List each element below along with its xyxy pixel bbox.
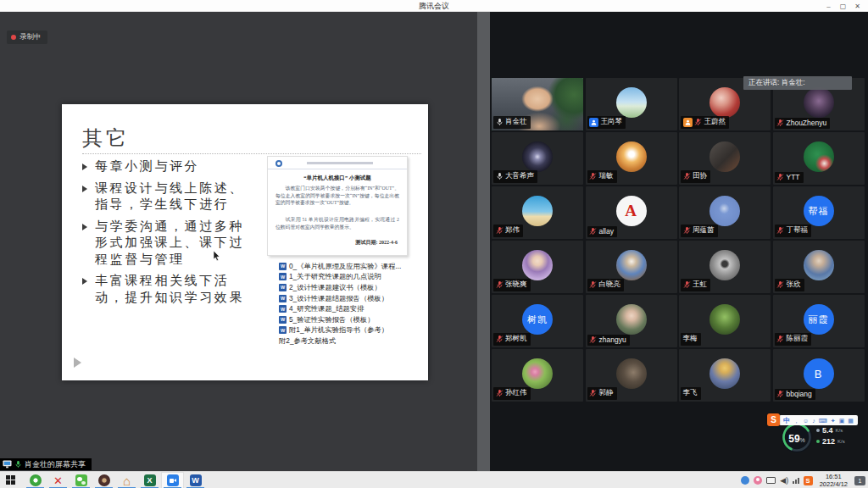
word-file-icon: W	[279, 263, 287, 270]
download-value: 212	[822, 437, 835, 446]
participant-name-label: 陈丽霞	[775, 333, 812, 346]
toolbox-icon[interactable]: ✦	[831, 418, 836, 424]
participant-tile[interactable]: 田协	[679, 132, 771, 185]
sogou-logo-icon[interactable]: S	[767, 413, 780, 426]
participant-name-label: 孙红伟	[493, 387, 531, 400]
close-button[interactable]: ✕	[850, 3, 865, 10]
tray-person-icon[interactable]	[754, 476, 762, 485]
participant-avatar	[804, 87, 834, 118]
file-list-item[interactable]: W附1_单片机实验指导书（参考）	[279, 325, 423, 336]
mic-muted-icon	[776, 390, 784, 398]
participant-tile[interactable]: 王尚琴	[586, 78, 677, 130]
taskbar-app-excel[interactable]: X	[138, 472, 161, 488]
participant-tile[interactable]: 孙红伟	[492, 349, 583, 402]
upload-value: 5.4	[822, 426, 833, 435]
ime-toolbar[interactable]: 中 ，☺♪⌨✦▣▦	[779, 415, 858, 425]
excel-icon: X	[144, 474, 156, 486]
document-header	[268, 157, 407, 169]
participant-tile[interactable]: 大音希声	[492, 132, 583, 185]
skin-icon[interactable]: ▣	[839, 418, 845, 424]
taskbar-app-wechat[interactable]	[70, 472, 92, 488]
word-file-icon: W	[279, 295, 287, 302]
taskbar-clock[interactable]: 16:51 2022/4/12	[817, 473, 850, 488]
participant-avatar	[616, 358, 647, 389]
document-paragraph: 该教室门口安装两个按键，分别标有“IN”和“OUT”。每位走入教室的同学被要求按…	[275, 185, 399, 207]
participant-name-label: 张晓爽	[493, 279, 531, 291]
punct-icon[interactable]: ，	[793, 418, 799, 424]
taskbar-apps: ✕⌂XW	[24, 472, 207, 488]
tray-sogou-icon[interactable]: S	[804, 476, 813, 485]
participant-tile[interactable]: 郭静	[586, 349, 677, 402]
participant-tile[interactable]: 树凯郑树凯	[492, 295, 583, 347]
participant-name-label: 瑞敏	[587, 170, 617, 183]
participant-name-label: bbqiang	[775, 389, 815, 400]
start-button[interactable]	[6, 475, 16, 485]
recording-indicator[interactable]: 录制中	[7, 30, 47, 44]
tray-speaker-icon[interactable]: ◀)	[780, 476, 788, 485]
participant-tile[interactable]: 李梅	[679, 295, 771, 347]
file-list-item[interactable]: W2_设计性课题建议书（模板）	[279, 282, 423, 293]
taskbar-app-browser[interactable]	[24, 472, 47, 488]
recording-label: 录制中	[19, 32, 42, 42]
tray-monitor-icon[interactable]	[766, 477, 776, 484]
file-list-item[interactable]: W3_设计性课题结题报告（模板）	[279, 293, 423, 304]
file-list-item[interactable]: ≡附2_参考文献格式	[279, 336, 423, 347]
performance-gauge[interactable]: 59%	[780, 420, 814, 454]
file-list-item[interactable]: W1_关于研究性课题的几点说明	[279, 272, 423, 283]
mic-on-icon	[496, 172, 504, 180]
participant-name: 大音希声	[505, 171, 534, 181]
tray-network-icon[interactable]	[793, 478, 798, 484]
participant-tile[interactable]: 郑伟	[492, 186, 583, 239]
mic-muted-icon	[589, 389, 597, 397]
taskbar-app-home[interactable]: ⌂	[115, 472, 138, 488]
mic-muted-icon	[776, 335, 784, 343]
participant-tile[interactable]: 丽霞陈丽霞	[773, 295, 865, 347]
keyboard-icon[interactable]: ⌨	[819, 418, 827, 424]
share-mic-icon	[14, 457, 22, 472]
participant-tile[interactable]: Aallay	[586, 186, 677, 239]
taskbar-app-darkapp[interactable]	[92, 472, 115, 488]
participant-tile[interactable]: Bbbqiang	[773, 349, 865, 402]
tray-blueapp-icon[interactable]	[741, 476, 749, 485]
participant-name: YTT	[787, 173, 800, 181]
participant-tile[interactable]: 周蕴茵	[679, 186, 771, 239]
participant-tile[interactable]: 王虹	[679, 241, 771, 293]
maximize-button[interactable]: ▢	[836, 3, 850, 10]
embedded-document: “单片机人机接口” 小测试题 该教室门口安装两个按键，分别标有“IN”和“OUT…	[267, 156, 408, 256]
panel-divider[interactable]	[477, 12, 490, 471]
participant-name-label: YTT	[775, 172, 804, 183]
taskbar-app-meeting[interactable]	[161, 472, 184, 488]
participant-tile[interactable]: 帮福丁帮福	[773, 186, 865, 239]
file-list-item[interactable]: W5_验证性实验报告（模板）	[279, 314, 423, 325]
participant-name: 王蔚然	[704, 117, 726, 127]
participant-tile[interactable]: 瑞敏	[586, 132, 677, 185]
participant-tile[interactable]: 肖金壮	[492, 78, 583, 130]
participant-name: 田协	[693, 171, 707, 181]
emoji-icon[interactable]: ☺	[803, 418, 809, 424]
notification-icon[interactable]: 1	[854, 476, 865, 485]
participant-tile[interactable]: 李飞	[679, 349, 771, 402]
screen-share-banner[interactable]: 肖金壮的屏幕共享	[0, 458, 92, 470]
voice-icon[interactable]: ♪	[812, 418, 815, 424]
mic-muted-icon	[694, 118, 702, 126]
clock-time: 16:51	[826, 473, 842, 480]
participant-tile[interactable]: zhangyu	[586, 295, 677, 347]
participant-name-label: 肖金壮	[493, 116, 531, 129]
participant-avatar	[616, 87, 647, 118]
ime-mode-toggle[interactable]: 中	[783, 416, 790, 425]
participant-tile[interactable]: 张欣	[773, 241, 865, 293]
file-list-item[interactable]: W4_研究性课题_结题安排	[279, 303, 423, 314]
file-list-item[interactable]: W0_《单片机原理及应用实验》课程...	[279, 261, 423, 272]
participant-tile[interactable]: 张晓爽	[492, 241, 583, 293]
grid-icon[interactable]: ▦	[848, 418, 854, 424]
gauge-value: 59	[788, 433, 799, 445]
taskbar-app-redx[interactable]: ✕	[47, 472, 70, 488]
participant-name-label: 郑伟	[493, 225, 523, 237]
download-dot-icon	[816, 440, 820, 443]
minimize-button[interactable]: –	[821, 3, 836, 10]
participant-avatar: 帮福	[804, 196, 834, 226]
participant-tile[interactable]: YTT	[773, 132, 865, 185]
participant-name-label: 王虹	[681, 279, 710, 291]
participant-tile[interactable]: 白晓亮	[586, 241, 677, 293]
taskbar-app-word[interactable]: W	[184, 472, 207, 488]
